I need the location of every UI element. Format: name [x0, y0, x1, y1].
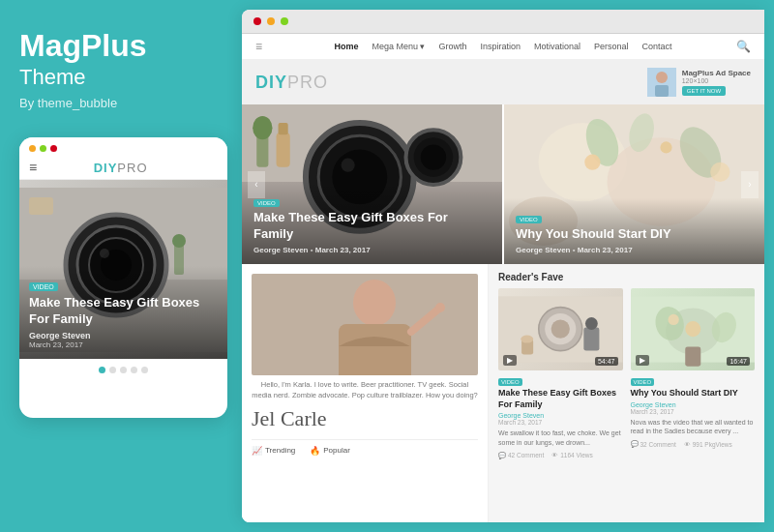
nav-mega-menu[interactable]: Mega Menu ▾: [372, 42, 425, 51]
nav-inspiration[interactable]: Inspiration: [480, 42, 521, 51]
popular-link[interactable]: 🔥 Popular: [310, 446, 350, 456]
article-cards: ▶ 54:47 VIDEO Make These Easy Gift Boxes…: [498, 288, 755, 459]
slide1-author: George Steven • March 23, 2017: [253, 246, 491, 254]
indicator-2: [109, 367, 116, 373]
readers-fave-title: Reader's Fave: [498, 272, 755, 282]
svg-point-35: [710, 163, 729, 182]
mobile-hamburger-icon[interactable]: ≡: [29, 160, 37, 175]
trending-label: Trending: [265, 446, 295, 455]
ad-btn[interactable]: GET IT NOW: [682, 86, 726, 96]
views-icon: 👁: [551, 452, 558, 458]
card2-image: ▶ 16:47: [631, 288, 756, 370]
mobile-mockup: ≡ DIYPRO: [19, 137, 227, 418]
hamburger-icon[interactable]: ≡: [255, 40, 262, 53]
nav-growth[interactable]: Growth: [438, 42, 466, 51]
site-logo: DIYPRO: [255, 73, 328, 93]
ad-space: MagPlus Ad Space 120×100 GET IT NOW: [647, 68, 751, 97]
popular-icon: 🔥: [310, 446, 320, 456]
svg-point-34: [660, 141, 671, 153]
ad-title: MagPlus Ad Space: [682, 69, 751, 77]
svg-point-54: [668, 314, 678, 325]
brand-name: MagPlus Theme By theme_bubble: [19, 29, 147, 110]
site-nav: ≡ Home Mega Menu ▾ Growth Inspiration Mo…: [242, 34, 764, 60]
nav-home[interactable]: Home: [334, 42, 358, 51]
left-content: Hello, I'm Karla. I love to write. Beer …: [242, 264, 489, 522]
card2-comments: 💬 32 Comment: [631, 440, 676, 448]
svg-point-40: [435, 303, 445, 312]
svg-rect-24: [277, 133, 290, 167]
slide2-overlay: VIDEO Why You Should Start DIY George St…: [504, 198, 764, 264]
hero-slider: ‹ V: [242, 104, 764, 264]
card2-title: Why You Should Start DIY: [631, 388, 756, 399]
nav-motivational[interactable]: Motivational: [534, 42, 580, 51]
comment-icon: 💬: [498, 452, 506, 459]
card1-title: Make These Easy Gift Boxes For Family: [498, 388, 623, 410]
ad-image: [647, 68, 676, 97]
card2-stats: 💬 32 Comment 👁 991 PkgViews: [631, 440, 756, 448]
browser-dot-yellow: [267, 17, 275, 25]
slide2-author: George Steven • March 23, 2017: [516, 246, 753, 254]
right-panel: ≡ Home Mega Menu ▾ Growth Inspiration Mo…: [242, 10, 764, 522]
trending-link[interactable]: 📈 Trending: [252, 446, 295, 456]
card2-play-icon: ▶: [636, 355, 649, 366]
card2-date: March 23, 2017: [631, 408, 756, 415]
browser-chrome: [242, 10, 764, 34]
browser-dot-red: [253, 17, 261, 25]
indicator-3: [120, 367, 127, 373]
hero-slide-1: VIDEO Make These Easy Gift Boxes For Fam…: [242, 104, 504, 264]
svg-point-18: [342, 159, 355, 172]
mobile-video-badge: VIDEO: [29, 282, 58, 291]
slider-arrow-left[interactable]: ‹: [248, 171, 265, 198]
svg-point-6: [100, 249, 109, 258]
svg-rect-9: [29, 197, 53, 215]
mobile-dot-green: [40, 145, 46, 152]
mobile-img-overlay: VIDEO Make These Easy Gift Boxes For Fam…: [19, 266, 227, 359]
card1-badge: VIDEO: [498, 378, 522, 386]
indicator-5: [141, 367, 148, 373]
card2-duration: 16:47: [727, 357, 750, 366]
mobile-author: George Steven: [29, 331, 218, 340]
svg-point-11: [656, 72, 668, 83]
slider-arrow-right[interactable]: ›: [741, 171, 759, 198]
views-icon-2: 👁: [684, 441, 691, 448]
popular-label: Popular: [323, 446, 350, 455]
slide1-overlay: VIDEO Make These Easy Gift Boxes For Fam…: [242, 182, 502, 264]
mobile-logo: DIYPRO: [94, 161, 148, 175]
indicator-4: [131, 367, 137, 373]
article-card-1: ▶ 54:47 VIDEO Make These Easy Gift Boxes…: [498, 288, 623, 459]
mobile-dot-red: [50, 145, 57, 152]
slide1-badge: VIDEO: [253, 199, 280, 207]
author-photo: [252, 274, 478, 375]
brand-by: By theme_bubble: [19, 96, 147, 110]
svg-point-33: [584, 155, 600, 170]
card1-author: George Steven: [498, 412, 623, 419]
card1-play-icon: ▶: [503, 355, 517, 366]
mobile-top-bar: [19, 137, 227, 156]
ad-size: 120×100: [682, 77, 751, 84]
brand-title: MagPlus: [19, 29, 147, 63]
brand-subtitle: Theme: [19, 65, 147, 90]
slide2-title: Why You Should Start DIY: [516, 226, 753, 243]
author-signature: Jel Carle: [252, 406, 478, 431]
slide2-badge: VIDEO: [516, 216, 542, 223]
svg-point-37: [353, 280, 396, 326]
site-logo-bar: DIYPRO MagPlus Ad Space 120×100 GET IT N…: [242, 60, 764, 104]
nav-contact[interactable]: Contact: [642, 42, 672, 51]
card1-duration: 54:47: [595, 357, 618, 366]
svg-point-8: [172, 234, 186, 248]
nav-personal[interactable]: Personal: [594, 42, 629, 51]
svg-point-21: [421, 144, 446, 169]
mobile-indicators: [19, 359, 227, 381]
trending-bar: 📈 Trending 🔥 Popular: [252, 439, 478, 459]
ad-text-block: MagPlus Ad Space 120×100 GET IT NOW: [682, 69, 751, 96]
card1-image: ▶ 54:47: [498, 288, 623, 370]
article-card-2: ▶ 16:47 VIDEO Why You Should Start DIY G…: [631, 288, 756, 459]
right-content: Reader's Fave: [489, 264, 764, 522]
search-icon[interactable]: 🔍: [736, 40, 751, 53]
svg-point-44: [551, 319, 570, 338]
mobile-date: March 23, 2017: [29, 340, 218, 349]
mobile-article-title: Make These Easy Gift Boxes For Family: [29, 295, 218, 328]
hero-slide-2: VIDEO Why You Should Start DIY George St…: [504, 104, 764, 264]
card1-stats: 💬 42 Comment 👁 1164 Views: [498, 452, 623, 459]
card2-views: 👁 991 PkgViews: [684, 440, 732, 448]
